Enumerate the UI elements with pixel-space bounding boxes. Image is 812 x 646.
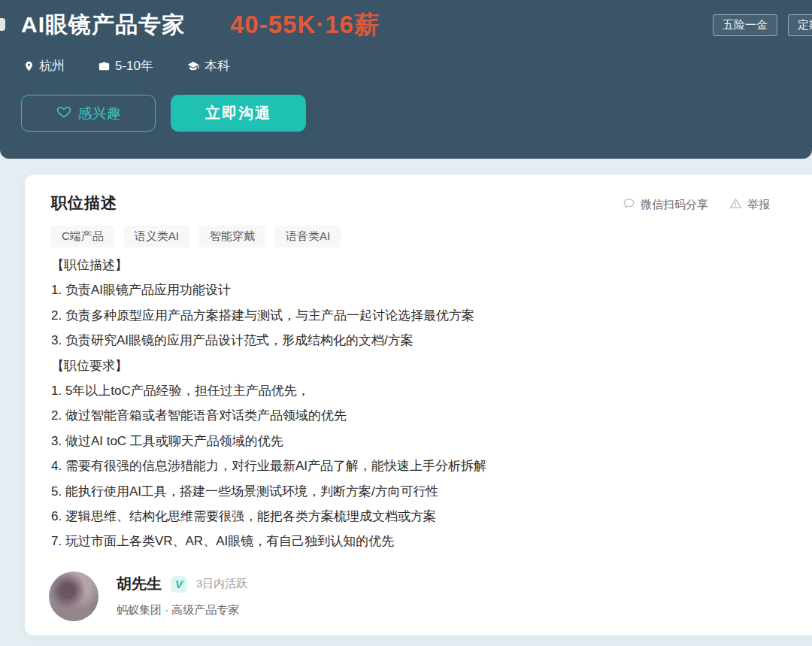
benefit-tag: 五险一金	[713, 14, 777, 36]
location-pin-icon	[23, 60, 35, 72]
recruiter-company-title: 蚂蚁集团 · 高级产品专家	[117, 603, 239, 617]
keyword-tag: 语音类AI	[275, 226, 341, 247]
keyword-tag: 智能穿戴	[199, 226, 265, 247]
recruiter-active-status: 3日内活跃	[196, 577, 247, 591]
recruiter-avatar[interactable]	[49, 572, 98, 621]
benefit-tags: 五险一金 定期	[713, 14, 812, 36]
meta-location-label: 杭州	[39, 57, 65, 74]
recruiter-block[interactable]: 胡先生 V 3日内活跃 蚂蚁集团 · 高级产品专家	[25, 566, 812, 633]
interested-button[interactable]: 感兴趣	[21, 95, 156, 132]
wechat-share-button[interactable]: 微信扫码分享	[623, 197, 708, 212]
card-actions: 微信扫码分享 举报	[623, 197, 770, 212]
job-meta-row: 杭州 5-10年 本科	[23, 57, 230, 74]
keyword-tag: C端产品	[51, 226, 114, 247]
interested-button-label: 感兴趣	[78, 104, 121, 123]
meta-experience: 5-10年	[98, 57, 153, 74]
recruiter-name: 胡先生	[117, 574, 162, 594]
verified-badge-icon: V	[171, 576, 187, 593]
meta-education-label: 本科	[205, 57, 230, 74]
graduation-cap-icon	[186, 60, 200, 72]
keyword-tag: 语义类AI	[124, 226, 189, 247]
warning-triangle-icon	[729, 197, 742, 212]
chat-now-button[interactable]: 立即沟通	[171, 95, 306, 132]
job-title: AI眼镜产品专家	[21, 10, 185, 41]
job-header: AI眼镜产品专家 40-55K·16薪 五险一金 定期 杭州 5-10年	[0, 0, 812, 159]
salary-text: 40-55K·16薪	[230, 8, 380, 42]
briefcase-icon	[98, 60, 111, 72]
recruiter-name-row: 胡先生 V 3日内活跃	[117, 574, 247, 594]
job-description-text: 【职位描述】 1. 负责AI眼镜产品应用功能设计 2. 负责多种原型应用产品方案…	[51, 253, 592, 554]
wechat-share-label: 微信扫码分享	[641, 198, 708, 212]
job-detail-page: AI眼镜产品专家 40-55K·16薪 五险一金 定期 杭州 5-10年	[0, 0, 812, 646]
benefit-tag: 定期	[788, 14, 812, 36]
section-title: 职位描述	[51, 193, 117, 214]
meta-experience-label: 5-10年	[115, 57, 153, 74]
action-buttons: 感兴趣 立即沟通	[21, 95, 306, 132]
job-description-card: 职位描述 微信扫码分享 举报 C端产品 语义类AI 智能穿戴 语音类AI 【职位…	[25, 174, 812, 635]
meta-education: 本科	[186, 57, 230, 74]
heart-icon	[56, 105, 71, 123]
report-button[interactable]: 举报	[729, 197, 770, 212]
keyword-tags: C端产品 语义类AI 智能穿戴 语音类AI	[51, 226, 341, 247]
chat-bubble-icon	[623, 197, 635, 212]
meta-location: 杭州	[23, 57, 65, 74]
clipped-edge-icon	[0, 18, 5, 31]
report-label: 举报	[747, 198, 770, 212]
